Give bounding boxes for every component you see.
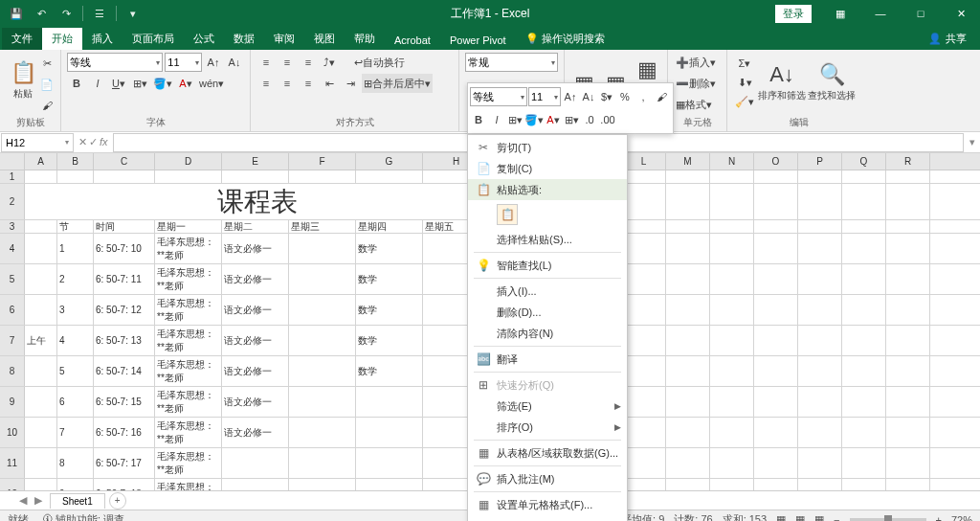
- clear-icon[interactable]: 🧹▾: [733, 92, 756, 111]
- login-button[interactable]: 登录: [775, 5, 812, 23]
- mini-border2-icon[interactable]: ⊞▾: [563, 109, 580, 130]
- cell[interactable]: [622, 356, 666, 386]
- mini-shrink-font-icon[interactable]: A↓: [580, 86, 597, 107]
- cell[interactable]: [842, 170, 886, 183]
- expand-formula-icon[interactable]: ▾: [965, 136, 980, 148]
- cell[interactable]: 3: [57, 295, 94, 325]
- row-header[interactable]: 4: [0, 234, 25, 263]
- cell[interactable]: [25, 220, 57, 233]
- cell[interactable]: 语文必修一: [222, 418, 289, 447]
- cell[interactable]: [886, 295, 930, 325]
- decrease-indent-icon[interactable]: ⇤: [320, 74, 339, 93]
- tab-acrobat[interactable]: Acrobat: [385, 31, 440, 50]
- maximize-icon[interactable]: □: [902, 0, 940, 27]
- ctx-cut[interactable]: ✂剪切(T): [468, 137, 627, 158]
- cell[interactable]: [886, 264, 930, 294]
- mini-fill-icon[interactable]: 🪣▾: [524, 109, 544, 130]
- col-header[interactable]: B: [57, 153, 94, 170]
- cell[interactable]: [710, 170, 754, 183]
- cell[interactable]: [798, 418, 842, 447]
- align-left-icon[interactable]: ≡: [256, 74, 276, 93]
- cell[interactable]: [666, 264, 710, 294]
- col-header[interactable]: L: [622, 153, 666, 170]
- cell[interactable]: [289, 264, 356, 294]
- tab-view[interactable]: 视图: [304, 28, 345, 50]
- paste-default-icon[interactable]: 📋: [497, 204, 518, 225]
- cell[interactable]: [754, 295, 798, 325]
- col-header[interactable]: N: [710, 153, 754, 170]
- underline-icon[interactable]: U▾: [109, 74, 128, 93]
- cell[interactable]: 毛泽东思想：**老师: [155, 326, 222, 355]
- cell[interactable]: 星期三: [289, 220, 356, 233]
- cell[interactable]: [754, 170, 798, 183]
- cell[interactable]: [622, 170, 666, 183]
- row-header[interactable]: 11: [0, 448, 25, 478]
- cell[interactable]: [622, 220, 666, 233]
- view-pagebreak-icon[interactable]: ▦: [814, 513, 824, 521]
- ctx-sort[interactable]: 排序(O)▶: [468, 417, 627, 438]
- col-header[interactable]: R: [886, 153, 930, 170]
- cell[interactable]: [710, 220, 754, 233]
- mini-format-painter-icon[interactable]: 🖌: [653, 86, 670, 107]
- cell[interactable]: [842, 234, 886, 263]
- cell[interactable]: 语文必修一: [222, 234, 289, 263]
- align-right-icon[interactable]: ≡: [299, 74, 318, 93]
- ctx-copy[interactable]: 📄复制(C): [468, 158, 627, 179]
- cell[interactable]: [622, 295, 666, 325]
- cell[interactable]: [842, 448, 886, 478]
- cell[interactable]: 毛泽东思想：**老师: [155, 234, 222, 263]
- cell[interactable]: 数学: [356, 234, 423, 263]
- fill-icon[interactable]: ⬇▾: [733, 73, 756, 92]
- cell[interactable]: [886, 387, 930, 417]
- phonetic-icon[interactable]: wén▾: [197, 74, 226, 93]
- mini-percent-icon[interactable]: %: [616, 86, 634, 107]
- tab-formula[interactable]: 公式: [184, 28, 224, 50]
- cell[interactable]: [289, 295, 356, 325]
- cell[interactable]: [754, 448, 798, 478]
- ctx-insert[interactable]: 插入(I)...: [468, 281, 627, 302]
- row-header[interactable]: 1: [0, 170, 25, 183]
- cell[interactable]: 6: 50-7: 17: [94, 448, 155, 478]
- save-icon[interactable]: 💾: [6, 3, 27, 24]
- cell[interactable]: 毛泽东思想：**老师: [155, 356, 222, 386]
- cell[interactable]: [710, 418, 754, 447]
- cell[interactable]: [289, 356, 356, 386]
- cell[interactable]: 星期二: [222, 220, 289, 233]
- ctx-paste-special[interactable]: 选择性粘贴(S)...: [468, 229, 627, 250]
- font-size-combo[interactable]: 11▾: [165, 53, 202, 72]
- cell[interactable]: [842, 387, 886, 417]
- ctx-format-cells[interactable]: ▦设置单元格格式(F)...: [468, 494, 627, 515]
- tab-layout[interactable]: 页面布局: [122, 28, 184, 50]
- row-header[interactable]: 8: [0, 356, 25, 386]
- cell[interactable]: [842, 418, 886, 447]
- cell[interactable]: [289, 326, 356, 355]
- fx-icon[interactable]: fx: [100, 136, 108, 148]
- cell[interactable]: 6: 50-7: 15: [94, 387, 155, 417]
- mini-comma-icon[interactable]: ,: [635, 86, 652, 107]
- insert-cells-button[interactable]: ➕插入▾: [674, 53, 718, 72]
- cell[interactable]: [886, 184, 930, 219]
- increase-font-icon[interactable]: A↑: [204, 53, 223, 72]
- cell[interactable]: [842, 479, 886, 490]
- mini-currency-icon[interactable]: $▾: [598, 86, 615, 107]
- tab-home[interactable]: 开始: [42, 28, 82, 50]
- cell[interactable]: [666, 448, 710, 478]
- cell[interactable]: [666, 326, 710, 355]
- cell[interactable]: [886, 448, 930, 478]
- cell[interactable]: [710, 234, 754, 263]
- cell[interactable]: 1: [57, 234, 94, 263]
- zoom-in-icon[interactable]: +: [936, 514, 942, 522]
- ctx-smart-lookup[interactable]: 💡智能查找(L): [468, 255, 627, 276]
- col-header[interactable]: O: [754, 153, 798, 170]
- cell[interactable]: [666, 295, 710, 325]
- increase-indent-icon[interactable]: ⇥: [341, 74, 360, 93]
- share-button[interactable]: 👤 共享: [917, 28, 978, 50]
- col-header[interactable]: E: [222, 153, 289, 170]
- cell[interactable]: [289, 448, 356, 478]
- status-accessibility[interactable]: 🛈 辅助功能: 调查: [42, 512, 124, 521]
- cell[interactable]: [710, 264, 754, 294]
- cell[interactable]: [622, 387, 666, 417]
- merge-center-button[interactable]: ⊞合并后居中▾: [362, 74, 433, 93]
- view-normal-icon[interactable]: ▦: [776, 513, 786, 521]
- cell[interactable]: [754, 220, 798, 233]
